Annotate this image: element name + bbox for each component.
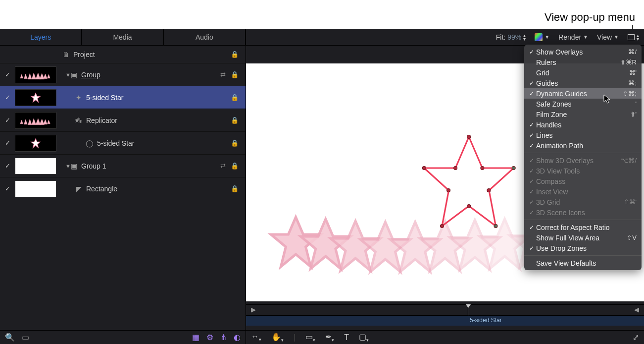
row-group1[interactable]: ✓ ▼ ▣ Group 1 ⇄🔒 xyxy=(0,155,246,177)
thumbnail xyxy=(15,112,56,129)
fit-menu[interactable]: Fit: 99% ▴▾ xyxy=(494,32,528,42)
row-project[interactable]: 🗎 Project 🔒 xyxy=(0,46,246,63)
row-label: Project xyxy=(73,51,231,58)
row-group[interactable]: ✓ ▼ ▣ Group ⇄🔒 xyxy=(0,63,246,86)
gear-icon[interactable]: ⚙ xyxy=(206,333,213,342)
filter-icon[interactable]: ⋔ xyxy=(220,333,227,342)
color-channel-menu[interactable]: ▼ xyxy=(533,32,551,42)
checkbox[interactable]: ✓ xyxy=(0,71,15,78)
menu-3d-view-tools: ✓3D View Tools xyxy=(524,166,642,176)
lock-icon[interactable]: 🔒 xyxy=(231,71,239,78)
rect-tool-icon[interactable]: ▭▾ xyxy=(305,332,315,343)
in-point-icon[interactable]: ▶ xyxy=(251,306,256,313)
thumbnail xyxy=(15,89,56,106)
link-icon[interactable]: ⇄ xyxy=(220,71,226,78)
menu-full-view-area[interactable]: Show Full View Area⇧V xyxy=(524,232,642,243)
checkbox[interactable]: ✓ xyxy=(0,162,15,170)
svg-point-38 xyxy=(454,167,457,170)
pen-tool-icon[interactable]: ✒▾ xyxy=(325,332,334,343)
fit-value: 99% xyxy=(507,33,521,41)
menu-dynamic-guides[interactable]: ✓Dynamic Guides⇧⌘; xyxy=(524,88,642,99)
menu-use-drop-zones[interactable]: ✓Use Drop Zones xyxy=(524,243,642,253)
row-label: Group 1 xyxy=(81,162,220,170)
svg-marker-8 xyxy=(31,93,40,102)
checkbox[interactable]: ✓ xyxy=(0,139,15,147)
menu-film-zone[interactable]: Film Zone⇧' xyxy=(524,109,642,119)
tab-layers[interactable]: Layers xyxy=(0,29,82,45)
menu-separator xyxy=(524,220,642,220)
sidebar-bottom-bar: 🔍 ▭ ▦ ⚙ ⋔ ◐ xyxy=(0,330,246,344)
tab-audio[interactable]: Audio xyxy=(164,29,246,45)
svg-marker-2 xyxy=(28,73,32,79)
view-popup-menu: ✓Show Overlays⌘/ Rulers⇧⌘R Grid⌘' ✓Guide… xyxy=(524,45,642,270)
checkbox[interactable]: ✓ xyxy=(0,94,15,101)
mask-toggle-icon[interactable]: ◐ xyxy=(234,333,241,342)
playhead[interactable] xyxy=(468,305,468,316)
svg-point-32 xyxy=(487,189,491,192)
menu-save-view-defaults[interactable]: Save View Defaults xyxy=(524,258,642,268)
row-5-sided-star-selected[interactable]: ✓ ✦ 5-sided Star 🔒 xyxy=(0,86,246,109)
svg-point-31 xyxy=(512,167,515,170)
menu-show-overlays[interactable]: ✓Show Overlays⌘/ xyxy=(524,47,642,57)
view-menu[interactable]: View▼ xyxy=(595,32,621,42)
lock-icon[interactable]: 🔒 xyxy=(231,94,239,101)
svg-marker-15 xyxy=(44,119,48,124)
row-label: 5-sided Star xyxy=(86,94,231,102)
replicator-icon: ⁂ xyxy=(74,116,83,124)
timeline-clip[interactable] xyxy=(246,316,644,326)
view-layout-menu[interactable]: ▴▾ xyxy=(626,33,641,42)
disclosure-icon[interactable]: ▼ xyxy=(61,163,69,169)
menu-3d-scene-icons: ✓3D Scene Icons xyxy=(524,207,642,218)
checkbox[interactable]: ✓ xyxy=(0,185,15,192)
svg-point-30 xyxy=(481,167,484,170)
lock-icon[interactable]: 🔒 xyxy=(231,51,239,58)
mask-tool-icon[interactable]: ▢▾ xyxy=(359,332,369,343)
row-label: Group xyxy=(81,71,220,79)
text-tool-icon[interactable]: T xyxy=(344,333,349,342)
menu-guides[interactable]: ✓Guides⌘; xyxy=(524,78,642,88)
lock-icon[interactable]: 🔒 xyxy=(231,162,239,170)
menu-rulers[interactable]: Rulers⇧⌘R xyxy=(524,57,642,67)
row-replicator[interactable]: ✓ ▼ ⁂ Replicator 🔒 xyxy=(0,109,246,132)
stepper-icon: ▴▾ xyxy=(637,34,639,41)
lock-icon[interactable]: 🔒 xyxy=(231,185,239,192)
menu-lines[interactable]: ✓Lines xyxy=(524,130,642,140)
mini-timeline[interactable]: ▶ ◀ 5-sided Star xyxy=(246,304,644,330)
menu-compass: ✓Compass xyxy=(524,176,642,186)
svg-marker-9 xyxy=(20,120,23,124)
menu-grid[interactable]: Grid⌘' xyxy=(524,67,642,78)
menu-animation-path[interactable]: ✓Animation Path xyxy=(524,140,642,151)
menu-handles[interactable]: ✓Handles xyxy=(524,119,642,130)
disclosure-icon[interactable]: ▼ xyxy=(61,72,69,78)
tab-media[interactable]: Media xyxy=(82,29,163,45)
checkbox[interactable]: ✓ xyxy=(0,116,15,124)
render-menu[interactable]: Render▼ xyxy=(556,32,590,42)
expand-icon[interactable]: ⤢ xyxy=(633,333,639,342)
square-icon xyxy=(628,34,635,40)
cursor-icon xyxy=(603,94,611,106)
checker-icon[interactable]: ▦ xyxy=(192,333,199,342)
svg-point-29 xyxy=(467,135,471,139)
row-5-sided-star-child[interactable]: ✓ ◯ 5-sided Star 🔒 xyxy=(0,132,246,155)
lock-icon[interactable]: 🔒 xyxy=(231,139,239,147)
svg-marker-7 xyxy=(47,74,50,78)
circle-icon: ◯ xyxy=(85,139,94,147)
lock-icon[interactable]: 🔒 xyxy=(231,116,239,124)
menu-correct-aspect[interactable]: ✓Correct for Aspect Ratio xyxy=(524,222,642,232)
project-icon: 🗎 xyxy=(61,51,70,58)
out-point-icon[interactable]: ◀ xyxy=(634,306,639,313)
select-tool-icon[interactable]: ↔▾ xyxy=(251,332,261,342)
disclosure-icon[interactable]: ▼ xyxy=(61,117,74,123)
svg-marker-3 xyxy=(32,73,36,79)
menu-safe-zones[interactable]: Safe Zones' xyxy=(524,99,642,109)
panel-icon[interactable]: ▭ xyxy=(22,333,29,342)
thumbnail xyxy=(15,135,56,152)
pan-tool-icon[interactable]: ✋▾ xyxy=(271,332,284,343)
row-rectangle[interactable]: ✓ ◤ Rectangle 🔒 xyxy=(0,177,246,200)
svg-marker-39 xyxy=(604,95,610,103)
search-icon[interactable]: 🔍 xyxy=(5,333,15,342)
sidebar: Layers Media Audio 🗎 Project 🔒 ✓ ▼ ▣ Gro… xyxy=(0,29,246,344)
timeline-ruler[interactable]: ▶ ◀ xyxy=(246,305,644,316)
svg-point-36 xyxy=(447,189,450,192)
link-icon[interactable]: ⇄ xyxy=(220,162,226,170)
